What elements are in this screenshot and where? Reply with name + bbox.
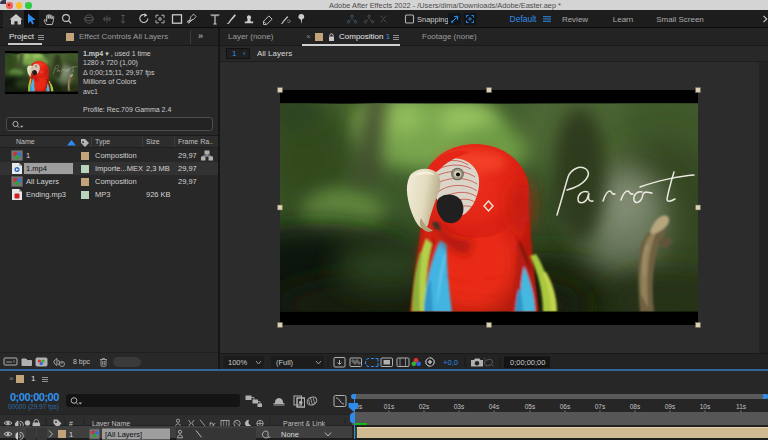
svg-text:Snapping: Snapping [417,15,449,24]
svg-text:Learn: Learn [613,15,633,24]
svg-text:Review: Review [562,15,588,24]
svg-text:02s: 02s [419,403,430,410]
svg-text:8 bpc: 8 bpc [73,358,91,366]
svg-text:04s: 04s [489,403,500,410]
svg-text:06s: 06s [560,403,571,410]
svg-text:11s: 11s [736,403,747,410]
svg-text:03s: 03s [454,403,465,410]
svg-text:10s: 10s [700,403,711,410]
svg-text:1: 1 [69,430,73,439]
svg-text:Small Screen: Small Screen [656,15,704,24]
svg-text:None: None [281,430,299,439]
svg-text:07s: 07s [595,403,606,410]
svg-text:Default: Default [510,14,538,24]
svg-text:(Full): (Full) [276,358,294,367]
svg-text:09s: 09s [665,403,676,410]
svg-text:01s: 01s [384,403,395,410]
svg-text:08s: 08s [630,403,641,410]
svg-text:100%: 100% [228,358,248,367]
svg-text:[All Layers]: [All Layers] [105,430,142,439]
svg-text:05s: 05s [525,403,536,410]
svg-text:0;00;00;00: 0;00;00;00 [510,358,545,367]
svg-text:+0,0: +0,0 [443,358,458,367]
